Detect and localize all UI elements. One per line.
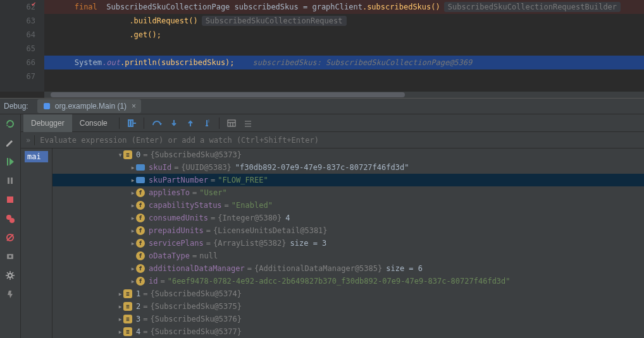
variable-node[interactable]: ≡ 0 = {SubscribedSku@5373} [53,148,644,161]
field-badge-icon: f [136,188,145,197]
element-badge-icon: ≡ [123,289,132,298]
expand-arrow-icon[interactable] [130,212,136,224]
run-to-cursor-icon[interactable]: I [202,119,211,128]
equals: = [143,287,147,300]
code-editor[interactable]: ✔ 62 63 64 65 66 67 final SubscribedSkuC… [0,0,644,92]
pin-icon[interactable] [4,289,16,300]
index-label: 1 [136,287,140,300]
pause-icon[interactable] [4,175,16,186]
expand-arrow-icon[interactable] [117,313,123,325]
object-ref: {SubscribedSku@5376} [150,313,242,325]
variable-node[interactable]: ≡ 4 = {SubscribedSku@5377} [53,325,644,338]
variable-node[interactable]: f capabilityStatus = "Enabled" [53,199,644,212]
variable-node[interactable]: f appliesTo = "User" [53,186,644,199]
expand-arrow-icon[interactable] [130,186,136,199]
index-label: 4 [136,325,140,338]
field-name: servicePlans [149,237,204,250]
object-ref: {UUID@5383} [181,161,231,174]
expand-arrow-icon[interactable] [117,148,123,161]
rerun-icon[interactable] [4,118,16,130]
expand-arrow-icon[interactable] [130,262,136,275]
show-execution-point-icon[interactable] [127,119,136,128]
expand-arrow-icon[interactable] [130,224,136,237]
field-badge-icon: f [136,277,145,286]
expand-arrow-icon[interactable] [130,237,136,250]
equals: = [247,262,252,275]
variable-node[interactable]: f consumedUnits = {Integer@5380} 4 [53,212,644,224]
variable-node[interactable]: f servicePlans = {ArrayList@5382} size =… [53,237,644,250]
size-text: size = 6 [386,262,423,275]
variable-node[interactable]: skuId = {UUID@5383} "f30db892-07e9-47e9-… [53,161,644,174]
expand-arrow-icon[interactable] [130,174,136,186]
scrollbar-thumb[interactable] [51,92,405,97]
expand-arrow-icon[interactable] [130,161,136,174]
equals: = [206,237,211,250]
field-name: consumedUnits [149,212,208,224]
step-into-icon[interactable] [170,119,178,128]
variable-node[interactable]: f additionalDataManager = {AdditionalDat… [53,262,644,275]
element-badge-icon: ≡ [123,315,132,323]
field-name: prepaidUnits [149,224,204,237]
equals: = [174,161,178,174]
expand-arrow-icon[interactable] [117,300,123,313]
value: "User" [199,186,226,199]
value: "Enabled" [232,199,273,212]
history-chevron-icon[interactable]: » [26,136,30,145]
variable-node[interactable]: ≡ 1 = {SubscribedSku@5374} [53,287,644,300]
equals: = [192,250,197,262]
equals: = [143,148,147,161]
field-badge-icon: f [136,226,145,235]
breakpoint-icon[interactable]: ✔ [32,0,36,8]
evaluate-expression-input[interactable] [40,136,644,145]
settings-icon[interactable] [4,270,16,281]
tab-console[interactable]: Console [72,114,115,132]
identifier: System [75,58,102,67]
svg-rect-0 [44,103,50,109]
step-out-icon[interactable] [186,119,195,128]
svg-rect-2 [8,178,9,184]
debug-toolwindow-header: Debug: org.example.Main (1) × [0,98,644,114]
expand-arrow-icon[interactable] [117,287,123,300]
value: "6eef9478-0782-4e92-adcc-2b649827b370_f3… [168,275,511,287]
close-tab-icon[interactable]: × [132,102,136,111]
mute-breakpoints-icon[interactable] [4,232,16,243]
view-breakpoints-icon[interactable] [4,213,16,224]
frame-item[interactable]: mai [25,151,48,162]
get-thread-dump-icon[interactable] [4,251,16,262]
svg-rect-4 [7,196,13,203]
variable-node[interactable]: ≡ 3 = {SubscribedSku@5376} [53,313,644,325]
value: null [199,250,218,262]
variable-node[interactable]: f oDataType = null [53,250,644,262]
index-label: 0 [136,148,140,161]
size-text: size = 3 [290,237,327,250]
step-over-icon[interactable] [152,119,162,128]
element-badge-icon: ≡ [123,150,132,159]
variables-panel[interactable]: ≡ 0 = {SubscribedSku@5373} skuId = {UUID… [53,148,644,338]
field-badge-icon: f [136,251,145,260]
stop-icon[interactable] [4,194,16,205]
resume-icon[interactable] [4,156,16,167]
modify-run-config-icon[interactable] [4,137,16,148]
expand-arrow-icon[interactable] [117,325,123,338]
value: "f30db892-07e9-47e9-837c-80727f46fd3d" [235,161,409,174]
tab-debugger[interactable]: Debugger [23,114,72,132]
line-number: 63 [0,14,35,28]
variable-node[interactable]: ≡ 2 = {SubscribedSku@5375} [53,300,644,313]
variable-node[interactable]: f id = "6eef9478-0782-4e92-adcc-2b649827… [53,275,644,287]
object-ref: {SubscribedSku@5377} [150,325,242,338]
svg-rect-3 [11,178,13,184]
frames-panel[interactable]: mai [21,148,53,338]
object-ref: {SubscribedSku@5375} [150,300,242,313]
field-badge-icon: f [136,264,145,273]
trace-current-stream-chain-icon[interactable] [244,119,252,128]
editor-content[interactable]: final SubscribedSkuCollectionPage subscr… [44,0,644,92]
variable-node[interactable]: f prepaidUnits = {LicenseUnitsDetail@538… [53,224,644,237]
variable-node-selected[interactable]: skuPartNumber = "FLOW_FREE" [53,174,644,186]
field-out: .out [102,58,120,67]
expand-arrow-icon[interactable] [130,275,136,287]
expand-arrow-icon[interactable] [130,199,136,212]
equals: = [143,300,147,313]
editor-h-scrollbar[interactable] [44,92,644,98]
debug-session-tab[interactable]: org.example.Main (1) × [37,99,141,113]
evaluate-expression-icon[interactable] [227,119,236,128]
